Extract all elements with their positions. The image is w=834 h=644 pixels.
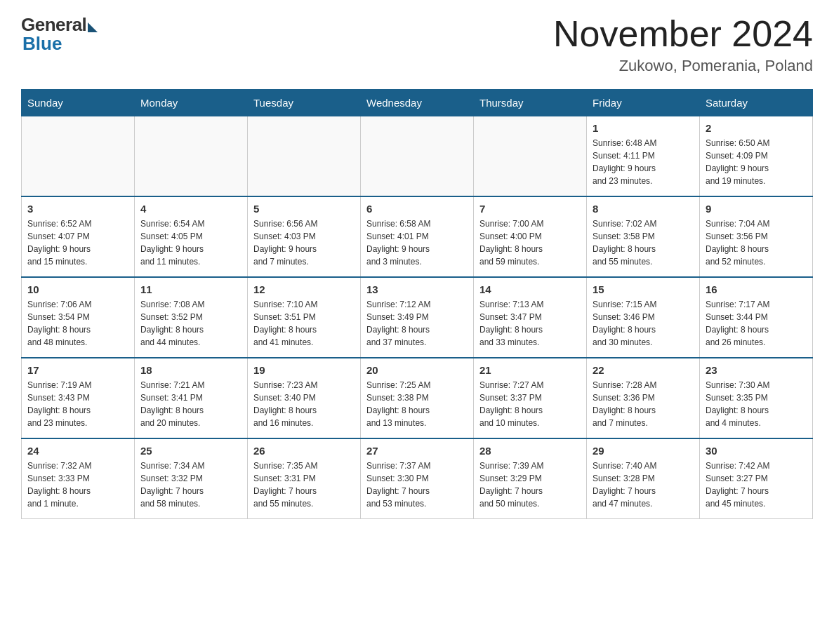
day-info: Sunrise: 7:34 AM Sunset: 3:32 PM Dayligh…: [140, 459, 241, 510]
day-info: Sunrise: 7:39 AM Sunset: 3:29 PM Dayligh…: [479, 459, 581, 510]
day-info: Sunrise: 6:50 AM Sunset: 4:09 PM Dayligh…: [706, 137, 807, 187]
day-number: 19: [253, 364, 355, 376]
calendar-cell: 27Sunrise: 7:37 AM Sunset: 3:30 PM Dayli…: [361, 438, 474, 519]
calendar-cell: 11Sunrise: 7:08 AM Sunset: 3:52 PM Dayli…: [135, 277, 248, 358]
calendar-header-wednesday: Wednesday: [361, 90, 474, 116]
calendar-cell: 23Sunrise: 7:30 AM Sunset: 3:35 PM Dayli…: [700, 358, 813, 438]
day-number: 10: [27, 283, 128, 295]
day-number: 11: [140, 283, 241, 295]
calendar-table: SundayMondayTuesdayWednesdayThursdayFrid…: [21, 89, 813, 519]
calendar-header-tuesday: Tuesday: [248, 90, 361, 116]
day-info: Sunrise: 7:08 AM Sunset: 3:52 PM Dayligh…: [140, 298, 241, 349]
day-info: Sunrise: 7:12 AM Sunset: 3:49 PM Dayligh…: [366, 298, 468, 349]
calendar-cell: 21Sunrise: 7:27 AM Sunset: 3:37 PM Dayli…: [474, 358, 587, 438]
day-info: Sunrise: 6:48 AM Sunset: 4:11 PM Dayligh…: [593, 137, 694, 187]
calendar-cell: 30Sunrise: 7:42 AM Sunset: 3:27 PM Dayli…: [700, 438, 813, 519]
calendar-week-row: 17Sunrise: 7:19 AM Sunset: 3:43 PM Dayli…: [22, 358, 813, 438]
day-info: Sunrise: 7:15 AM Sunset: 3:46 PM Dayligh…: [593, 298, 694, 349]
day-info: Sunrise: 6:56 AM Sunset: 4:03 PM Dayligh…: [253, 217, 355, 268]
day-info: Sunrise: 7:37 AM Sunset: 3:30 PM Dayligh…: [366, 459, 468, 510]
day-info: Sunrise: 6:54 AM Sunset: 4:05 PM Dayligh…: [140, 217, 241, 268]
calendar-cell: 1Sunrise: 6:48 AM Sunset: 4:11 PM Daylig…: [587, 116, 700, 197]
calendar-cell: 28Sunrise: 7:39 AM Sunset: 3:29 PM Dayli…: [474, 438, 587, 519]
calendar-week-row: 24Sunrise: 7:32 AM Sunset: 3:33 PM Dayli…: [22, 438, 813, 519]
day-number: 3: [27, 203, 128, 215]
day-info: Sunrise: 7:23 AM Sunset: 3:40 PM Dayligh…: [253, 379, 355, 429]
calendar-cell: [474, 116, 587, 197]
day-number: 8: [593, 203, 694, 215]
day-info: Sunrise: 7:02 AM Sunset: 3:58 PM Dayligh…: [593, 217, 694, 268]
logo-blue-text: Blue: [22, 33, 62, 55]
day-info: Sunrise: 7:35 AM Sunset: 3:31 PM Dayligh…: [253, 459, 355, 510]
day-number: 12: [253, 283, 355, 295]
calendar-cell: 26Sunrise: 7:35 AM Sunset: 3:31 PM Dayli…: [248, 438, 361, 519]
day-number: 1: [593, 122, 694, 134]
logo-arrow-icon: [88, 22, 98, 32]
calendar-cell: 2Sunrise: 6:50 AM Sunset: 4:09 PM Daylig…: [700, 116, 813, 197]
calendar-header-monday: Monday: [135, 90, 248, 116]
calendar-header-thursday: Thursday: [474, 90, 587, 116]
calendar-cell: 22Sunrise: 7:28 AM Sunset: 3:36 PM Dayli…: [587, 358, 700, 438]
calendar-cell: 18Sunrise: 7:21 AM Sunset: 3:41 PM Dayli…: [135, 358, 248, 438]
calendar-cell: [22, 116, 135, 197]
day-info: Sunrise: 7:10 AM Sunset: 3:51 PM Dayligh…: [253, 298, 355, 349]
day-info: Sunrise: 7:04 AM Sunset: 3:56 PM Dayligh…: [706, 217, 807, 268]
day-info: Sunrise: 6:52 AM Sunset: 4:07 PM Dayligh…: [27, 217, 128, 268]
calendar-cell: 9Sunrise: 7:04 AM Sunset: 3:56 PM Daylig…: [700, 196, 813, 277]
day-number: 7: [479, 203, 581, 215]
calendar-week-row: 1Sunrise: 6:48 AM Sunset: 4:11 PM Daylig…: [22, 116, 813, 197]
day-number: 4: [140, 203, 241, 215]
day-info: Sunrise: 7:17 AM Sunset: 3:44 PM Dayligh…: [706, 298, 807, 349]
day-info: Sunrise: 7:30 AM Sunset: 3:35 PM Dayligh…: [706, 379, 807, 429]
calendar-cell: 5Sunrise: 6:56 AM Sunset: 4:03 PM Daylig…: [248, 196, 361, 277]
day-number: 25: [140, 445, 241, 457]
day-number: 21: [479, 364, 581, 376]
calendar-cell: [135, 116, 248, 197]
day-number: 18: [140, 364, 241, 376]
day-number: 13: [366, 283, 468, 295]
day-info: Sunrise: 7:06 AM Sunset: 3:54 PM Dayligh…: [27, 298, 128, 349]
calendar-header-friday: Friday: [587, 90, 700, 116]
day-number: 2: [706, 122, 807, 134]
calendar-week-row: 3Sunrise: 6:52 AM Sunset: 4:07 PM Daylig…: [22, 196, 813, 277]
calendar-cell: 24Sunrise: 7:32 AM Sunset: 3:33 PM Dayli…: [22, 438, 135, 519]
day-number: 26: [253, 445, 355, 457]
calendar-header-saturday: Saturday: [700, 90, 813, 116]
day-number: 15: [593, 283, 694, 295]
day-number: 23: [706, 364, 807, 376]
calendar-header-row: SundayMondayTuesdayWednesdayThursdayFrid…: [22, 90, 813, 116]
day-info: Sunrise: 7:19 AM Sunset: 3:43 PM Dayligh…: [27, 379, 128, 429]
day-info: Sunrise: 7:32 AM Sunset: 3:33 PM Dayligh…: [27, 459, 128, 510]
day-number: 27: [366, 445, 468, 457]
day-number: 17: [27, 364, 128, 376]
day-number: 29: [593, 445, 694, 457]
day-info: Sunrise: 7:25 AM Sunset: 3:38 PM Dayligh…: [366, 379, 468, 429]
day-info: Sunrise: 6:58 AM Sunset: 4:01 PM Dayligh…: [366, 217, 468, 268]
day-number: 30: [706, 445, 807, 457]
day-number: 20: [366, 364, 468, 376]
calendar-cell: [248, 116, 361, 197]
day-number: 16: [706, 283, 807, 295]
month-title: November 2024: [553, 14, 813, 54]
day-number: 5: [253, 203, 355, 215]
calendar-cell: 3Sunrise: 6:52 AM Sunset: 4:07 PM Daylig…: [22, 196, 135, 277]
calendar-cell: 13Sunrise: 7:12 AM Sunset: 3:49 PM Dayli…: [361, 277, 474, 358]
day-info: Sunrise: 7:27 AM Sunset: 3:37 PM Dayligh…: [479, 379, 581, 429]
calendar-cell: 25Sunrise: 7:34 AM Sunset: 3:32 PM Dayli…: [135, 438, 248, 519]
calendar-cell: 8Sunrise: 7:02 AM Sunset: 3:58 PM Daylig…: [587, 196, 700, 277]
day-info: Sunrise: 7:28 AM Sunset: 3:36 PM Dayligh…: [593, 379, 694, 429]
calendar-week-row: 10Sunrise: 7:06 AM Sunset: 3:54 PM Dayli…: [22, 277, 813, 358]
calendar-cell: [361, 116, 474, 197]
day-number: 9: [706, 203, 807, 215]
calendar-cell: 7Sunrise: 7:00 AM Sunset: 4:00 PM Daylig…: [474, 196, 587, 277]
calendar-header-sunday: Sunday: [22, 90, 135, 116]
page-header: General Blue November 2024 Zukowo, Pomer…: [21, 14, 813, 75]
calendar-cell: 6Sunrise: 6:58 AM Sunset: 4:01 PM Daylig…: [361, 196, 474, 277]
day-number: 28: [479, 445, 581, 457]
calendar-cell: 14Sunrise: 7:13 AM Sunset: 3:47 PM Dayli…: [474, 277, 587, 358]
calendar-cell: 19Sunrise: 7:23 AM Sunset: 3:40 PM Dayli…: [248, 358, 361, 438]
calendar-cell: 10Sunrise: 7:06 AM Sunset: 3:54 PM Dayli…: [22, 277, 135, 358]
logo: General Blue: [21, 14, 98, 55]
calendar-cell: 15Sunrise: 7:15 AM Sunset: 3:46 PM Dayli…: [587, 277, 700, 358]
title-block: November 2024 Zukowo, Pomerania, Poland: [553, 14, 813, 75]
